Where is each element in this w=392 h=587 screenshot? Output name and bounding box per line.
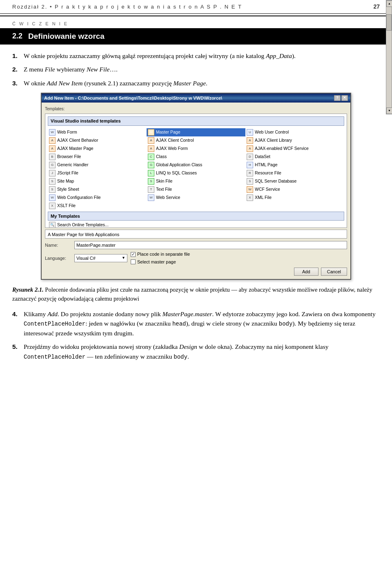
template-master-page-label: Master Page xyxy=(156,129,180,136)
ajax-master-page-icon: A xyxy=(49,145,56,152)
site-map-icon: S xyxy=(49,178,56,185)
template-class-label: Class xyxy=(156,154,167,160)
templates-label: Templates: xyxy=(45,106,347,112)
scroll-up-button[interactable]: ▲ xyxy=(386,0,392,7)
name-input[interactable] xyxy=(74,241,347,249)
step-2: 2. Z menu File wybieramy New File…. xyxy=(12,65,380,74)
template-web-form[interactable]: W Web Form xyxy=(48,128,147,136)
step-5-text: Przejdźmy do widoku projektowania nowej … xyxy=(24,342,380,361)
template-ajax-client-behavior[interactable]: A AJAX Client Behavior xyxy=(48,136,147,145)
exercise-number: 2.2 xyxy=(12,31,22,42)
template-xslt-file[interactable]: X XSLT File xyxy=(48,202,147,210)
select-master-checkbox[interactable] xyxy=(131,259,136,264)
template-master-page[interactable]: M Master Page xyxy=(147,128,245,136)
sql-server-db-icon: S xyxy=(247,178,253,185)
template-ajax-web-form[interactable]: A AJAX Web Form xyxy=(147,145,245,153)
template-global-app-class-label: Global Application Class xyxy=(156,162,202,168)
template-generic-handler[interactable]: G Generic Handler xyxy=(48,161,147,169)
template-linq[interactable]: L LINQ to SQL Classes xyxy=(147,169,245,177)
template-jscript-file-label: JScript File xyxy=(57,170,78,176)
templates-scrollbar[interactable]: ▲ ▼ xyxy=(386,0,392,114)
step-4-text: Klikamy Add. Do projektu zostanie dodany… xyxy=(24,309,380,338)
template-ajax-client-library-label: AJAX Client Library xyxy=(255,137,292,144)
vs-templates-label: Visual Studio installed templates xyxy=(48,116,344,126)
template-ajax-client-control[interactable]: A AJAX Client Control xyxy=(147,136,245,145)
ajax-web-form-icon: A xyxy=(148,145,154,152)
xml-file-icon: X xyxy=(247,194,253,201)
template-sql-server-db[interactable]: S SQL Server Database xyxy=(245,177,344,185)
step-1-number: 1. xyxy=(12,51,24,60)
dataset-icon: D xyxy=(247,154,253,160)
step-2-number: 2. xyxy=(12,65,24,74)
header-title: Rozdział 2. • P r a k t y k a p r o j e … xyxy=(12,3,242,11)
template-global-app-class[interactable]: G Global Application Class xyxy=(147,161,245,169)
template-grid: W Web Form M Master Page U Web User Cont… xyxy=(48,128,344,210)
template-jscript-file[interactable]: J JScript File xyxy=(48,169,147,177)
template-ajax-web-form-label: AJAX Web Form xyxy=(156,145,188,152)
my-templates-label: My Templates xyxy=(48,212,344,221)
cancel-button[interactable]: Cancel xyxy=(321,268,347,276)
template-style-sheet-label: Style Sheet xyxy=(57,186,79,193)
web-config-icon: W xyxy=(49,194,56,201)
name-label: Name: xyxy=(45,242,74,249)
template-sql-server-db-label: SQL Server Database xyxy=(255,178,296,185)
page-header: Rozdział 2. • P r a k t y k a p r o j e … xyxy=(0,0,392,14)
linq-icon: L xyxy=(148,170,154,176)
template-html-page-label: HTML Page xyxy=(255,162,278,168)
select-master-label: Select master page xyxy=(137,259,176,266)
template-ajax-client-library[interactable]: A AJAX Client Library xyxy=(245,136,344,145)
dialog-body: Templates: Visual Studio installed templ… xyxy=(42,103,350,279)
template-web-config[interactable]: W Web Configuration File xyxy=(48,194,147,202)
template-dataset[interactable]: D DataSet xyxy=(245,153,344,161)
template-web-service-label: Web Service xyxy=(156,194,180,201)
web-service-icon: W xyxy=(148,194,154,201)
dialog-title: Add New Item - C:\Documents and Settings… xyxy=(44,95,222,102)
language-row: Language: Visual C# ▼ ✓ Place code in se… xyxy=(45,251,347,265)
xslt-file-icon: X xyxy=(49,203,56,209)
template-class[interactable]: C Class xyxy=(147,153,245,161)
template-style-sheet[interactable]: S Style Sheet xyxy=(48,185,147,194)
template-xml-file[interactable]: X XML File xyxy=(245,194,344,202)
text-file-icon: T xyxy=(148,186,154,193)
template-dataset-label: DataSet xyxy=(255,154,270,160)
dialog-help-button[interactable]: ? xyxy=(334,95,341,101)
template-ajax-master-page-label: AJAX Master Page xyxy=(57,145,94,152)
template-web-user-control[interactable]: U Web User Control xyxy=(245,128,344,136)
template-html-page[interactable]: H HTML Page xyxy=(245,161,344,169)
place-code-checkbox[interactable]: ✓ xyxy=(131,252,136,257)
step-2-text: Z menu File wybieramy New File…. xyxy=(24,65,380,74)
template-web-service[interactable]: W Web Service xyxy=(147,194,245,202)
template-ajax-wcf[interactable]: A AJAX-enabled WCF Service xyxy=(245,145,344,153)
template-web-form-label: Web Form xyxy=(57,129,77,136)
template-text-file[interactable]: T Text File xyxy=(147,185,245,194)
dialog-close-button[interactable]: ✕ xyxy=(341,95,348,101)
step-4-number: 4. xyxy=(12,309,24,338)
search-online-templates[interactable]: 🔍 Search Online Templates... xyxy=(48,221,344,228)
scrollbar-thumb[interactable] xyxy=(386,14,392,31)
search-online-label: Search Online Templates... xyxy=(57,222,109,228)
skin-file-icon: S xyxy=(148,178,154,185)
template-web-user-control-label: Web User Control xyxy=(255,129,289,136)
template-skin-file[interactable]: S Skin File xyxy=(147,177,245,185)
template-web-config-label: Web Configuration File xyxy=(57,194,101,201)
step-3-text: W oknie Add New Item (rysunek 2.1) zazna… xyxy=(24,78,380,88)
master-page-icon: M xyxy=(148,129,154,136)
template-browser-file[interactable]: B Browser File xyxy=(48,153,147,161)
step-3: 3. W oknie Add New Item (rysunek 2.1) za… xyxy=(12,78,380,88)
ajax-client-control-icon: A xyxy=(148,137,154,144)
global-app-class-icon: G xyxy=(148,162,154,168)
template-resource-file[interactable]: R Resource File xyxy=(245,169,344,177)
template-ajax-master-page[interactable]: A AJAX Master Page xyxy=(48,145,147,153)
language-select[interactable]: Visual C# ▼ xyxy=(74,254,127,262)
wcf-service-icon: W xyxy=(247,186,253,193)
figure-caption: Rysunek 2.1. Polecenie dodawania pliku j… xyxy=(12,286,380,304)
browser-file-icon: B xyxy=(49,154,56,160)
checkbox-row-1: ✓ Place code in separate file xyxy=(131,251,190,258)
template-wcf-service[interactable]: W WCF Service xyxy=(245,185,344,194)
checkbox-group: ✓ Place code in separate file Select mas… xyxy=(131,251,190,265)
step-5-number: 5. xyxy=(12,342,24,361)
header-page-number: 27 xyxy=(373,2,380,11)
scroll-down-button[interactable]: ▼ xyxy=(386,107,392,114)
template-site-map[interactable]: S Site Map xyxy=(48,177,147,185)
add-button[interactable]: Add xyxy=(294,268,318,276)
